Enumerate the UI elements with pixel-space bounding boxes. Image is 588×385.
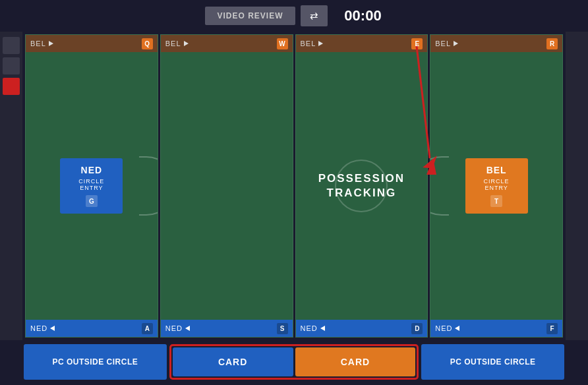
key-s[interactable]: S	[277, 323, 288, 334]
possession-text: POSSESSION	[318, 171, 405, 186]
panel-e-top: BEL E	[296, 35, 428, 52]
card-buttons-highlight: CARD CARD	[169, 344, 419, 380]
semicircle-q	[139, 156, 158, 216]
panel-w: BEL W NED S	[160, 34, 293, 338]
panel-q-bottom-label: NED	[30, 324, 55, 332]
sidebar-btn-3[interactable]	[3, 78, 20, 95]
panel-e-top-label: BEL	[301, 40, 324, 47]
video-review-button[interactable]: VIDEO REVIEW	[205, 7, 295, 25]
panel-e-content: POSSESSION TRACKING	[296, 52, 428, 320]
panel-w-top-label: BEL	[165, 40, 189, 47]
tracking-text: TRACKING	[318, 186, 405, 200]
play-icon-r	[454, 41, 458, 46]
ned-label-e: NED	[301, 324, 318, 332]
sidebar-btn-2[interactable]	[3, 57, 20, 74]
swap-button[interactable]: ⇄	[301, 5, 328, 26]
panel-q-top-label: BEL	[30, 40, 53, 47]
panels-container: BEL Q NED CIRCLEENTRY G NED A	[22, 32, 566, 340]
ned-label-q: NED	[30, 324, 47, 332]
key-w[interactable]: W	[277, 38, 288, 49]
card-action-circle-q: CIRCLEENTRY	[69, 178, 113, 191]
panel-w-top: BEL W	[161, 35, 293, 52]
pc-outside-circle-left-button[interactable]: PC OUTSIDE CIRCLE	[24, 344, 167, 380]
panel-w-bottom-label: NED	[165, 324, 190, 332]
key-d[interactable]: D	[411, 323, 423, 334]
arrow-left-e	[320, 326, 325, 331]
key-e[interactable]: E	[411, 38, 423, 49]
bel-label-q: BEL	[30, 40, 46, 47]
panel-q: BEL Q NED CIRCLEENTRY G NED A	[25, 34, 158, 338]
semicircle-r	[430, 156, 449, 216]
play-icon-e	[318, 41, 323, 46]
panel-q-bottom: NED A	[26, 320, 158, 337]
key-r[interactable]: R	[546, 38, 558, 49]
timer-display: 00:00	[343, 7, 383, 24]
card-action-circle-r: CIRCLEENTRY	[475, 178, 519, 191]
arrow-left-w	[185, 326, 190, 331]
panel-w-content	[161, 52, 293, 320]
play-icon-w	[184, 41, 189, 46]
panel-center: BEL E POSSESSION TRACKING NED D	[295, 34, 428, 338]
top-bar: VIDEO REVIEW ⇄ 00:00	[0, 0, 588, 32]
panel-e-bottom-label: NED	[301, 324, 325, 332]
bel-label-e: BEL	[301, 40, 316, 47]
panel-q-top: BEL Q	[26, 35, 158, 52]
card-key-t[interactable]: T	[490, 195, 502, 207]
panel-r-bottom-label: NED	[435, 324, 459, 332]
panel-r-top: BEL R	[430, 35, 562, 52]
card-team-bel-r: BEL	[475, 165, 519, 175]
panel-r-content: BEL CIRCLEENTRY T	[430, 52, 562, 320]
panel-q-content: NED CIRCLEENTRY G	[26, 52, 158, 320]
right-sidebar	[566, 32, 588, 340]
action-card-bel-r[interactable]: BEL CIRCLEENTRY T	[465, 158, 528, 214]
card-blue-button[interactable]: CARD	[173, 347, 293, 376]
arrow-left-r	[455, 326, 459, 331]
key-f[interactable]: F	[546, 323, 558, 334]
bel-label-w: BEL	[165, 40, 181, 47]
left-sidebar	[0, 32, 22, 340]
key-q[interactable]: Q	[142, 38, 153, 49]
play-icon-q	[49, 41, 53, 46]
main-field-area: BEL Q NED CIRCLEENTRY G NED A	[0, 32, 588, 340]
key-a[interactable]: A	[142, 323, 153, 334]
arrow-left-q	[50, 326, 55, 331]
bel-label-r: BEL	[435, 40, 451, 47]
panel-r-bottom: NED F	[430, 320, 562, 337]
card-team-ned-q: NED	[69, 165, 113, 175]
panel-w-bottom: NED S	[161, 320, 293, 337]
panel-e-bottom: NED D	[296, 320, 428, 337]
panel-r: BEL R BEL CIRCLEENTRY T NED F	[430, 34, 563, 338]
possession-tracking-label: POSSESSION TRACKING	[318, 171, 405, 200]
bottom-bar: PC OUTSIDE CIRCLE CARD CARD PC OUTSIDE C…	[0, 340, 588, 385]
card-key-g[interactable]: G	[86, 195, 98, 207]
sidebar-btn-1[interactable]	[3, 37, 20, 54]
action-card-ned-q[interactable]: NED CIRCLEENTRY G	[60, 158, 123, 214]
ned-label-w: NED	[165, 324, 183, 332]
card-orange-button[interactable]: CARD	[295, 347, 416, 376]
ned-label-r: NED	[435, 324, 452, 332]
pc-outside-circle-right-button[interactable]: PC OUTSIDE CIRCLE	[421, 344, 564, 380]
panel-r-top-label: BEL	[435, 40, 458, 47]
